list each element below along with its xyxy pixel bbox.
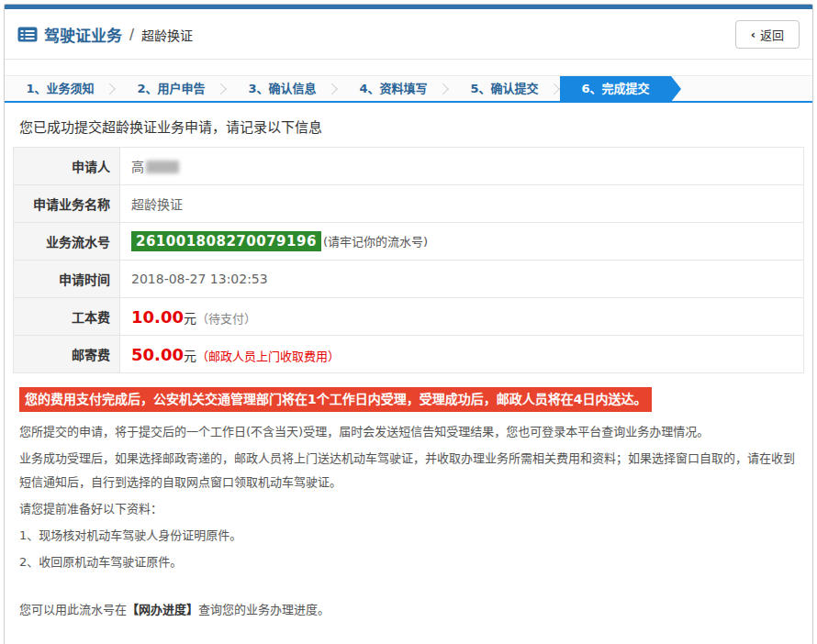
application-info-table: 申请人 高 申请业务名称 超龄换证 业务流水号 2610018082700791… xyxy=(13,147,804,373)
breadcrumb: 驾驶证业务 / 超龄换证 xyxy=(17,23,193,46)
row-value-apply-time: 2018-08-27 13:02:53 xyxy=(120,261,804,298)
table-row-serial-number: 业务流水号 261001808270079196(请牢记你的流水号) xyxy=(14,223,804,261)
step-confirm-info[interactable]: 3、确认信息 xyxy=(227,76,338,101)
table-row-apply-time: 申请时间 2018-08-27 13:02:53 xyxy=(14,261,804,298)
row-label-applicant: 申请人 xyxy=(14,148,120,185)
row-label-serial-number: 业务流水号 xyxy=(14,223,120,261)
production-fee-note: （待支付） xyxy=(196,312,256,326)
license-list-icon xyxy=(17,27,38,42)
progress-hint-suffix: 查询您的业务办理进度。 xyxy=(198,603,330,616)
step-label: 4、资料填写 xyxy=(359,82,427,95)
row-label-postage-fee: 邮寄费 xyxy=(14,336,120,373)
step-label: 2、用户申告 xyxy=(137,82,205,95)
step-fill-materials[interactable]: 4、资料填写 xyxy=(338,76,449,101)
progress-query-link[interactable]: 【网办进度】 xyxy=(127,603,198,616)
step-confirm-submit[interactable]: 5、确认提交 xyxy=(449,76,560,101)
row-label-apply-time: 申请时间 xyxy=(14,261,120,298)
progress-hint-line: 您可以用此流水号在【网办进度】查询您的业务办理进度。 xyxy=(13,598,804,622)
row-value-service-name: 超龄换证 xyxy=(120,185,804,223)
table-row-postage-fee: 邮寄费 50.00元（邮政人员上门收取费用） xyxy=(14,336,804,373)
notice-paragraph-1: 您所提交的申请，将于提交后的一个工作日(不含当天)受理，届时会发送短信告知受理结… xyxy=(13,420,804,444)
applicant-name-redacted xyxy=(146,161,179,173)
postage-fee-note: （邮政人员上门收取费用） xyxy=(196,350,340,363)
main-content: 您已成功提交超龄换证业务申请，请记录以下信息 申请人 高 申请业务名称 超龄换证… xyxy=(5,103,812,644)
postage-fee-amount: 50.00 xyxy=(131,345,184,364)
table-row-service-name: 申请业务名称 超龄换证 xyxy=(14,185,804,223)
row-value-postage-fee: 50.00元（邮政人员上门收取费用） xyxy=(120,336,804,373)
notice-list-item-2: 2、收回原机动车驾驶证原件。 xyxy=(13,550,804,574)
step-user-declaration[interactable]: 2、用户申告 xyxy=(116,76,227,101)
step-label: 3、确认信息 xyxy=(248,82,316,95)
breadcrumb-separator: / xyxy=(129,27,134,43)
table-row-applicant: 申请人 高 xyxy=(14,148,804,185)
notice-paragraph-2: 业务成功受理后，如果选择邮政寄递的，邮政人员将上门送达机动车驾驶证，并收取办理业… xyxy=(13,447,804,494)
action-buttons: ¥ 继续支付 ¥ 取消支付 返回 xyxy=(13,625,804,644)
step-label: 1、业务须知 xyxy=(26,82,94,95)
back-button[interactable]: ‹ 返回 xyxy=(735,20,800,49)
production-fee-unit: 元 xyxy=(184,311,196,326)
step-complete-submit[interactable]: 6、完成提交 xyxy=(560,76,671,101)
success-message: 您已成功提交超龄换证业务申请，请记录以下信息 xyxy=(13,103,804,147)
table-row-production-fee: 工本费 10.00元（待支付） xyxy=(14,298,804,336)
production-fee-amount: 10.00 xyxy=(131,307,184,327)
step-label: 6、完成提交 xyxy=(581,82,649,95)
step-business-notice[interactable]: 1、业务须知 xyxy=(5,76,116,101)
row-label-production-fee: 工本费 xyxy=(14,298,120,336)
serial-number-badge: 261001808270079196 xyxy=(131,231,321,251)
step-progress-bar: 1、业务须知 2、用户申告 3、确认信息 4、资料填写 5、确认提交 6、完成提… xyxy=(5,75,812,103)
row-value-serial-number: 261001808270079196(请牢记你的流水号) xyxy=(120,223,804,261)
row-label-service-name: 申请业务名称 xyxy=(14,185,120,223)
row-value-applicant: 高 xyxy=(120,148,804,185)
page-title: 驾驶证业务 xyxy=(44,23,122,46)
postage-fee-unit: 元 xyxy=(184,349,196,363)
notice-paragraph-3: 请您提前准备好以下资料： xyxy=(13,497,804,521)
page-header: 驾驶证业务 / 超龄换证 ‹ 返回 xyxy=(5,9,812,60)
progress-hint-prefix: 您可以用此流水号在 xyxy=(19,603,127,616)
payment-warning-banner: 您的费用支付完成后，公安机关交通管理部门将在1个工作日内受理，受理成功后，邮政人… xyxy=(19,387,652,412)
breadcrumb-current: 超龄换证 xyxy=(141,26,193,44)
notice-list-item-1: 1、现场核对机动车驾驶人身份证明原件。 xyxy=(13,524,804,548)
page-container: 驾驶证业务 / 超龄换证 ‹ 返回 1、业务须知 2、用户申告 3、确认信息 4… xyxy=(4,4,813,644)
applicant-name: 高 xyxy=(131,160,144,174)
back-button-label: 返回 xyxy=(760,26,784,43)
chevron-left-icon: ‹ xyxy=(751,28,755,41)
row-value-production-fee: 10.00元（待支付） xyxy=(120,298,804,336)
step-label: 5、确认提交 xyxy=(470,82,538,95)
serial-number-note: (请牢记你的流水号) xyxy=(323,235,428,249)
